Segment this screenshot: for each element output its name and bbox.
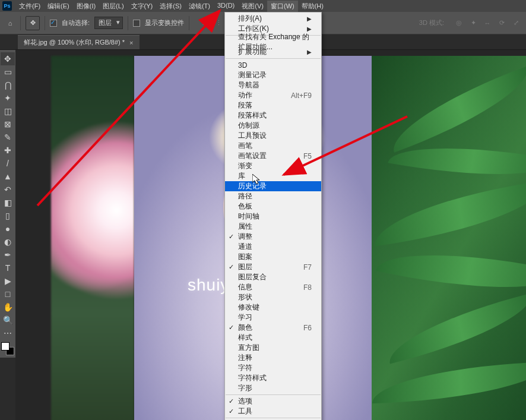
align-icon[interactable]: ≡: [199, 18, 210, 29]
tool-path-select[interactable]: ▶: [1, 274, 15, 288]
menu-item-6[interactable]: 滤镜(T): [185, 1, 214, 12]
tool-frame[interactable]: ⊠: [1, 118, 15, 131]
menu-dropdown-shortcut: F7: [303, 263, 312, 271]
menu-dropdown-item[interactable]: 学习: [225, 312, 321, 323]
menu-dropdown-label: 图层复合: [238, 272, 267, 282]
menu-dropdown-item[interactable]: 字符: [225, 363, 321, 373]
auto-select-label: 自动选择:: [62, 18, 90, 27]
menu-dropdown-item[interactable]: 查找有关 Exchange 的扩展功能...: [225, 37, 321, 47]
menu-dropdown-item[interactable]: 导航器: [225, 80, 321, 90]
menu-dropdown-item[interactable]: 样式: [225, 333, 321, 343]
document-tab[interactable]: 鲜花.jpg @ 100% (水印, RGB/8#) * ×: [18, 35, 140, 49]
menu-dropdown-label: 信息: [238, 282, 252, 292]
menu-dropdown-item[interactable]: ✓图层F7: [225, 262, 321, 272]
menu-dropdown-label: 选项: [238, 396, 252, 406]
menu-dropdown-item[interactable]: 属性: [225, 222, 321, 232]
auto-select-checkbox[interactable]: [50, 20, 57, 27]
menu-item-0[interactable]: 文件(F): [15, 1, 44, 12]
menu-dropdown-label: 图案: [238, 252, 252, 262]
tool-history-brush[interactable]: ↶: [1, 183, 15, 196]
tool-blur[interactable]: ●: [1, 222, 15, 235]
tool-eraser[interactable]: ◧: [1, 196, 15, 209]
menu-dropdown-item[interactable]: 画笔设置F5: [225, 151, 321, 161]
menu-dropdown-item[interactable]: 动作Alt+F9: [225, 90, 321, 100]
menu-dropdown-item[interactable]: ✓选项: [225, 396, 321, 406]
menu-item-8[interactable]: 视图(V): [238, 1, 267, 12]
menu-dropdown-item[interactable]: 字符样式: [225, 373, 321, 383]
tool-crop[interactable]: ◫: [1, 105, 15, 118]
menu-item-9[interactable]: 窗口(W): [267, 1, 298, 12]
menu-dropdown-item[interactable]: 路径: [225, 191, 321, 201]
slide-3d-icon[interactable]: ↔: [482, 18, 493, 29]
menu-item-10[interactable]: 帮助(H): [298, 1, 327, 12]
tool-rectangle[interactable]: □: [1, 288, 15, 301]
menu-item-1[interactable]: 编辑(E): [44, 1, 73, 12]
tool-dodge[interactable]: ◐: [1, 235, 15, 248]
rotate-3d-icon[interactable]: ⟳: [496, 18, 507, 29]
tool-more[interactable]: ⋯: [1, 327, 15, 340]
menu-dropdown-item[interactable]: 注释: [225, 353, 321, 363]
menu-dropdown-item[interactable]: 段落: [225, 100, 321, 110]
menu-dropdown-item[interactable]: 测量记录: [225, 70, 321, 80]
menu-dropdown-item[interactable]: 图案: [225, 252, 321, 262]
tool-stamp[interactable]: ▲: [1, 170, 15, 183]
menu-dropdown-item[interactable]: 修改键: [225, 302, 321, 312]
menu-dropdown-item[interactable]: 工具预设: [225, 131, 321, 141]
distribute-icon[interactable]: ⋮: [213, 18, 224, 29]
menu-item-3[interactable]: 图层(L): [99, 1, 127, 12]
menu-dropdown-item[interactable]: 时间轴: [225, 211, 321, 222]
menu-item-2[interactable]: 图像(I): [73, 1, 99, 12]
menu-dropdown-label: 库: [238, 171, 245, 181]
menu-item-7[interactable]: 3D(D): [214, 1, 238, 12]
pan-3d-icon[interactable]: ✦: [468, 18, 479, 29]
tool-quick-select[interactable]: ✦: [1, 91, 15, 105]
tool-gradient[interactable]: ▯: [1, 209, 15, 222]
menu-dropdown-item[interactable]: 排列(A)▶: [225, 14, 321, 24]
menu-dropdown-label: 注释: [238, 353, 252, 363]
menu-dropdown-item[interactable]: ✓颜色F6: [225, 323, 321, 333]
menu-dropdown-label: 直方图: [238, 343, 259, 353]
menu-dropdown-item[interactable]: 色板: [225, 201, 321, 211]
tool-move[interactable]: ✥: [1, 52, 15, 65]
menu-dropdown-label: 通道: [238, 242, 252, 252]
menu-dropdown-item[interactable]: ✓调整: [225, 232, 321, 242]
menu-dropdown-item[interactable]: ✓工具: [225, 406, 321, 416]
scale-3d-icon[interactable]: ⤢: [511, 18, 521, 29]
menu-dropdown-item[interactable]: 历史记录: [225, 181, 321, 191]
home-icon[interactable]: ⌂: [5, 18, 15, 29]
menu-item-4[interactable]: 文字(Y): [128, 1, 157, 12]
tool-zoom[interactable]: 🔍: [1, 314, 15, 327]
submenu-arrow-icon: ▶: [307, 15, 312, 22]
tools-panel: ✥▭⋂✦◫⊠✎✚/▲↶◧▯●◐✒T▶□✋🔍⋯: [0, 50, 15, 358]
menu-dropdown-item[interactable]: 扩展功能▶: [225, 47, 321, 57]
show-transform-checkbox[interactable]: [133, 20, 140, 27]
tool-brush[interactable]: /: [1, 157, 15, 170]
auto-select-mode-select[interactable]: 图层: [94, 17, 123, 29]
menu-dropdown-item[interactable]: 库: [225, 171, 321, 181]
tool-type[interactable]: T: [1, 261, 15, 274]
tool-marquee[interactable]: ▭: [1, 65, 15, 78]
tool-eyedropper[interactable]: ✎: [1, 131, 15, 144]
window-menu-dropdown[interactable]: 排列(A)▶工作区(K)▶查找有关 Exchange 的扩展功能...扩展功能▶…: [224, 12, 322, 420]
orbit-3d-icon[interactable]: ◎: [454, 18, 464, 29]
tool-healing[interactable]: ✚: [1, 144, 15, 157]
menu-dropdown-item[interactable]: 形状: [225, 292, 321, 302]
menu-dropdown-item[interactable]: 通道: [225, 242, 321, 252]
menu-dropdown-item[interactable]: 信息F8: [225, 282, 321, 292]
tool-pen[interactable]: ✒: [1, 248, 15, 261]
menu-dropdown-item[interactable]: 画笔: [225, 141, 321, 151]
menu-separator: [226, 394, 321, 395]
menu-dropdown-label: 字符样式: [238, 373, 267, 383]
close-icon[interactable]: ×: [129, 39, 133, 46]
menu-dropdown-item[interactable]: 3D: [225, 60, 321, 70]
tool-lasso[interactable]: ⋂: [1, 78, 15, 91]
menu-dropdown-item[interactable]: 仿制源: [225, 121, 321, 131]
menu-item-5[interactable]: 选择(S): [156, 1, 185, 12]
color-swatches[interactable]: [1, 342, 14, 355]
tool-hand[interactable]: ✋: [1, 301, 15, 314]
menu-dropdown-item[interactable]: 字形: [225, 383, 321, 393]
menu-dropdown-item[interactable]: 渐变: [225, 161, 321, 171]
menu-dropdown-item[interactable]: 直方图: [225, 343, 321, 353]
menu-dropdown-item[interactable]: 段落样式: [225, 110, 321, 121]
menu-dropdown-item[interactable]: 图层复合: [225, 272, 321, 282]
